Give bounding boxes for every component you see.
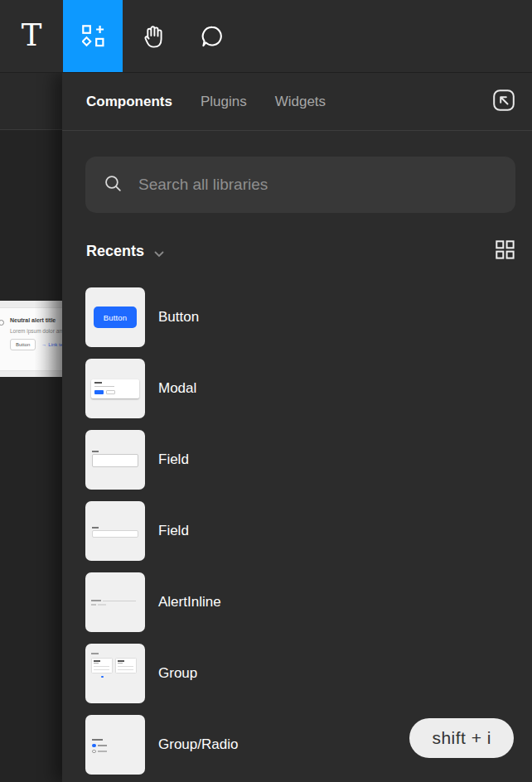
tab-plugins[interactable]: Plugins xyxy=(201,94,247,110)
toolbar: T xyxy=(0,0,532,73)
search-bar xyxy=(85,157,515,213)
recents-title: Recents xyxy=(86,243,144,260)
component-label: AlertInline xyxy=(158,594,221,611)
text-tool-icon: T xyxy=(22,20,42,51)
components-list: Button Button Modal Field xyxy=(62,287,532,775)
component-list-item-button[interactable]: Button Button xyxy=(85,287,532,347)
field-component-thumbnail xyxy=(85,430,145,490)
component-list-item-modal[interactable]: Modal xyxy=(85,359,532,418)
component-list-item-field-2[interactable]: Field xyxy=(85,501,532,561)
chevron-down-icon xyxy=(154,246,164,261)
alert-link: → Link text xyxy=(41,342,62,347)
group-radio-component-thumbnail xyxy=(85,715,145,775)
comment-tool-button[interactable] xyxy=(182,0,242,72)
canvas-backdrop: Neutral alert title Lorem ipsum dolor am… xyxy=(0,73,62,782)
search-icon xyxy=(103,173,123,197)
alert-info-icon xyxy=(0,320,4,326)
hand-tool-icon xyxy=(142,24,164,49)
text-tool-button[interactable]: T xyxy=(0,0,63,72)
components-tool-icon xyxy=(82,25,104,47)
alert-body-text: Lorem ipsum dolor amet consec xyxy=(10,328,62,334)
recents-header: Recents xyxy=(86,240,515,263)
component-list-item-field[interactable]: Field xyxy=(85,430,532,490)
thumbnail-modal-preview xyxy=(91,379,139,398)
component-label: Field xyxy=(158,523,189,539)
component-list-item-group[interactable]: Group xyxy=(85,644,532,703)
layers-panel-header-fragment xyxy=(0,73,62,130)
component-list-item-alertinline[interactable]: AlertInline xyxy=(85,572,532,632)
search-input[interactable] xyxy=(138,176,498,194)
corner-arrow-icon xyxy=(492,89,515,115)
component-label: Button xyxy=(158,309,199,326)
panel-tabs: Components Plugins Widgets xyxy=(86,94,490,110)
modal-component-thumbnail xyxy=(85,359,145,418)
component-label: Group/Radio xyxy=(158,736,238,753)
canvas-fragment: Neutral alert title Lorem ipsum dolor am… xyxy=(0,301,62,377)
canvas-alert-card: Neutral alert title Lorem ipsum dolor am… xyxy=(0,307,62,371)
field-component-thumbnail xyxy=(85,501,145,561)
alert-actions: Button → Link text xyxy=(10,339,62,350)
alert-title: Neutral alert title xyxy=(10,317,56,323)
button-component-thumbnail: Button xyxy=(85,287,145,347)
link-label: Link text xyxy=(48,342,62,347)
group-component-thumbnail xyxy=(85,644,145,703)
insert-panel: Components Plugins Widgets xyxy=(62,73,532,782)
insert-components-tool-button[interactable] xyxy=(63,0,123,72)
thumbnail-button-preview: Button xyxy=(94,307,137,328)
component-label: Group xyxy=(158,665,197,682)
pop-out-panel-button[interactable] xyxy=(490,88,518,116)
component-label: Modal xyxy=(158,380,196,397)
comment-tool-icon xyxy=(201,25,224,48)
hand-tool-button[interactable] xyxy=(123,0,182,72)
component-label: Field xyxy=(158,451,189,468)
keyboard-shortcut-badge: shift + i xyxy=(409,718,514,758)
grid-view-button[interactable] xyxy=(496,240,515,263)
tab-widgets[interactable]: Widgets xyxy=(275,94,326,110)
tab-components[interactable]: Components xyxy=(86,94,172,110)
alert-button: Button xyxy=(10,339,36,350)
recents-dropdown[interactable]: Recents xyxy=(86,243,164,261)
grid-view-icon xyxy=(496,240,515,263)
panel-header: Components Plugins Widgets xyxy=(62,73,532,131)
alertinline-component-thumbnail xyxy=(85,572,145,632)
link-arrow-icon: → xyxy=(41,342,46,347)
figma-app-window: T xyxy=(0,0,532,782)
